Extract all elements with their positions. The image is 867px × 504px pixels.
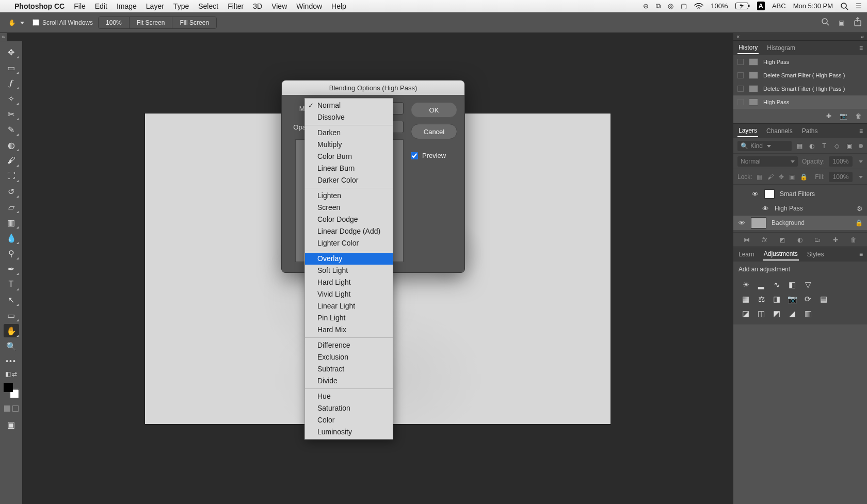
visibility-icon[interactable]: 👁 <box>761 205 769 213</box>
expand-panels-tab[interactable]: » <box>0 33 7 41</box>
menubar-clock[interactable]: Mon 5:30 PM <box>793 2 833 10</box>
lock-all-icon[interactable]: 🔒 <box>800 173 808 181</box>
pen-tool[interactable]: ✒ <box>4 262 19 275</box>
blend-mode-hue[interactable]: Hue <box>305 391 393 402</box>
blur-tool[interactable]: 💧 <box>4 231 19 245</box>
history-state-target[interactable] <box>737 72 744 78</box>
move-tool[interactable]: ✥ <box>4 45 19 59</box>
lock-icon[interactable]: 🔒 <box>855 219 863 226</box>
channel-mixer-icon[interactable]: ⟳ <box>803 295 813 304</box>
history-brush-tool[interactable]: ↺ <box>4 185 19 198</box>
history-panel-menu-icon[interactable]: ≡ <box>859 44 863 52</box>
brightness-contrast-icon[interactable]: ☀ <box>741 280 751 289</box>
tab-layers[interactable]: Layers <box>737 125 758 137</box>
invert-icon[interactable]: ◪ <box>741 309 751 318</box>
fill-screen-button[interactable]: Fill Screen <box>172 17 216 28</box>
blend-mode-darker-color[interactable]: Darker Color <box>305 174 393 186</box>
adjustments-panel-menu-icon[interactable]: ≡ <box>859 251 863 258</box>
hand-tool[interactable]: ✋ <box>4 324 19 337</box>
vibrance-icon[interactable]: ▽ <box>803 280 813 289</box>
layer-blend-mode-select[interactable]: Normal <box>737 156 798 167</box>
posterize-icon[interactable]: ◫ <box>756 309 766 318</box>
history-state-target[interactable] <box>737 59 744 65</box>
blend-mode-vivid-light[interactable]: Vivid Light <box>305 288 393 300</box>
visibility-icon[interactable]: 👁 <box>737 219 746 227</box>
tab-channels[interactable]: Channels <box>765 125 794 137</box>
curves-icon[interactable]: ∿ <box>772 280 782 289</box>
history-row[interactable]: Delete Smart Filter ( High Pass ) <box>733 82 867 95</box>
panels-collapse-icon[interactable]: « <box>861 34 864 40</box>
history-row[interactable]: High Pass <box>733 95 867 109</box>
dropbox-icon[interactable]: ⧉ <box>656 2 661 10</box>
foreground-background-colors[interactable] <box>4 383 19 398</box>
eyedropper-tool[interactable]: ✎ <box>4 123 19 136</box>
default-colors-icon[interactable]: ◧ <box>5 370 11 378</box>
search-icon[interactable] <box>821 18 829 27</box>
airplay-icon[interactable]: ▢ <box>681 2 687 10</box>
history-state-target[interactable] <box>737 86 744 92</box>
add-adjustment-icon[interactable]: ◐ <box>797 236 802 243</box>
filter-mask-thumb[interactable] <box>764 189 775 199</box>
menu-help[interactable]: Help <box>331 2 346 10</box>
menu-3d[interactable]: 3D <box>253 2 262 10</box>
tab-styles[interactable]: Styles <box>806 249 825 260</box>
blend-mode-linear-dodge-add-[interactable]: Linear Dodge (Add) <box>305 225 393 237</box>
delete-state-icon[interactable]: 🗑 <box>856 112 862 120</box>
blend-mode-divide[interactable]: Divide <box>305 375 393 387</box>
input-source-badge[interactable]: A <box>757 2 765 10</box>
blend-mode-soft-light[interactable]: Soft Light <box>305 265 393 277</box>
zoom-level[interactable]: 100% <box>99 17 130 28</box>
stamp-tool[interactable]: ⛶ <box>4 169 19 183</box>
frame-icon[interactable]: ▣ <box>839 19 844 26</box>
screen-mode-switch[interactable] <box>4 405 19 412</box>
lock-transparency-icon[interactable]: ▦ <box>757 173 762 181</box>
menu-view[interactable]: View <box>271 2 287 10</box>
screen-mode-tool[interactable]: ▣ <box>4 418 19 431</box>
preview-checkbox[interactable]: Preview <box>411 152 457 159</box>
quickmask-mode-icon[interactable] <box>12 405 19 412</box>
crop-tool[interactable]: ✂ <box>4 107 19 121</box>
menu-type[interactable]: Type <box>173 2 189 10</box>
filter-blending-icon[interactable]: ⚙ <box>857 205 863 213</box>
fill-caret[interactable] <box>857 173 863 181</box>
layer-thumbnail[interactable] <box>751 217 766 229</box>
layer-style-icon[interactable]: fx <box>762 236 767 243</box>
wifi-icon[interactable] <box>694 3 703 9</box>
photo-filter-icon[interactable]: 📷 <box>787 295 797 304</box>
blend-mode-luminosity[interactable]: Luminosity <box>305 426 393 438</box>
ok-button[interactable]: OK <box>411 102 457 118</box>
current-tool-indicator[interactable]: ✋ <box>5 18 27 27</box>
delete-layer-icon[interactable]: 🗑 <box>850 236 857 243</box>
tool-preset-caret[interactable] <box>18 19 24 26</box>
blend-mode-saturation[interactable]: Saturation <box>305 402 393 414</box>
blend-mode-color-burn[interactable]: Color Burn <box>305 151 393 162</box>
shape-tool[interactable]: ▭ <box>4 308 19 322</box>
blend-mode-normal[interactable]: Normal <box>305 100 393 111</box>
lasso-tool[interactable]: 𝆑 <box>4 76 19 90</box>
layers-panel-menu-icon[interactable]: ≡ <box>859 127 863 135</box>
lock-position-icon[interactable]: ✥ <box>779 173 784 181</box>
history-row[interactable]: High Pass <box>733 55 867 69</box>
filter-pixel-icon[interactable]: ▦ <box>796 142 803 150</box>
opacity-caret[interactable] <box>857 158 863 165</box>
scroll-all-windows-checkbox[interactable]: Scroll All Windows <box>33 19 93 26</box>
tab-histogram[interactable]: Histogram <box>766 42 796 54</box>
eraser-tool[interactable]: ▱ <box>4 200 19 214</box>
selective-color-icon[interactable]: ▥ <box>803 309 813 318</box>
lock-artboard-icon[interactable]: ▣ <box>789 173 795 181</box>
menu-filter[interactable]: Filter <box>228 2 244 10</box>
swap-colors-icon[interactable]: ⇄ <box>12 370 17 378</box>
blend-mode-pin-light[interactable]: Pin Light <box>305 312 393 324</box>
layer-filter-kind[interactable]: 🔍 Kind <box>737 141 792 151</box>
color-balance-icon[interactable]: ⚖ <box>756 295 766 304</box>
menu-edit[interactable]: Edit <box>95 2 107 10</box>
menu-window[interactable]: Window <box>296 2 322 10</box>
menu-file[interactable]: File <box>74 2 86 10</box>
filter-shape-icon[interactable]: ◇ <box>833 142 840 150</box>
background-layer-row[interactable]: 👁 Background 🔒 <box>733 216 867 230</box>
type-tool[interactable]: T <box>4 278 19 291</box>
panels-close-icon[interactable]: × <box>736 34 740 40</box>
blend-mode-difference[interactable]: Difference <box>305 339 393 351</box>
exposure-icon[interactable]: ◧ <box>787 280 797 289</box>
blend-mode-hard-mix[interactable]: Hard Mix <box>305 324 393 336</box>
